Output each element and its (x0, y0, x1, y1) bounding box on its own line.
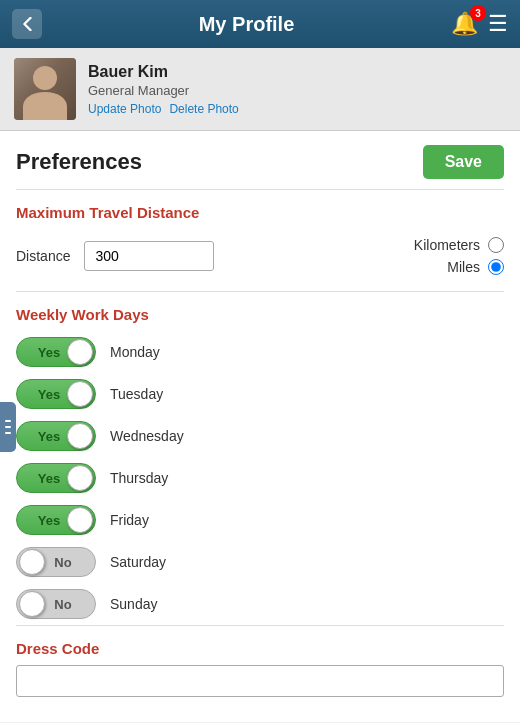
day-toggle-friday[interactable]: Yes (16, 505, 96, 535)
day-row: No Sunday (16, 583, 504, 625)
toggle-thumb (19, 549, 45, 575)
day-label: Wednesday (110, 428, 190, 444)
side-handle[interactable] (0, 402, 16, 452)
day-toggle-monday[interactable]: Yes (16, 337, 96, 367)
travel-section-title: Maximum Travel Distance (0, 190, 520, 229)
notification-badge: 3 (470, 5, 486, 21)
day-row: Yes Tuesday (16, 373, 504, 415)
page-title: My Profile (42, 13, 451, 36)
kilometers-option: Kilometers (414, 237, 504, 253)
header-actions: 🔔 3 ☰ (451, 11, 508, 37)
day-label: Saturday (110, 554, 190, 570)
profile-info: Bauer Kim General Manager Update Photo D… (88, 63, 506, 116)
toggle-thumb (67, 507, 93, 533)
header: My Profile 🔔 3 ☰ (0, 0, 520, 48)
day-toggle-saturday[interactable]: No (16, 547, 96, 577)
miles-label: Miles (447, 259, 480, 275)
update-photo-link[interactable]: Update Photo (88, 102, 161, 116)
kilometers-radio[interactable] (488, 237, 504, 253)
day-label: Thursday (110, 470, 190, 486)
profile-role: General Manager (88, 83, 506, 98)
preferences-title: Preferences (16, 149, 142, 175)
day-toggle-tuesday[interactable]: Yes (16, 379, 96, 409)
avatar-image (14, 58, 76, 120)
distance-label: Distance (16, 248, 70, 264)
distance-input[interactable] (84, 241, 214, 271)
day-toggle-sunday[interactable]: No (16, 589, 96, 619)
preferences-header: Preferences Save (0, 131, 520, 189)
toggle-thumb (67, 381, 93, 407)
back-icon (20, 17, 34, 31)
day-row: Yes Wednesday (16, 415, 504, 457)
workdays-section: Yes Monday Yes Tuesday Yes Wednesday Yes… (0, 331, 520, 625)
day-row: No Saturday (16, 541, 504, 583)
dress-code-section (0, 665, 520, 707)
main-content: Preferences Save Maximum Travel Distance… (0, 131, 520, 722)
distance-left: Distance (16, 241, 214, 271)
avatar (14, 58, 76, 120)
day-row: Yes Friday (16, 499, 504, 541)
profile-actions: Update Photo Delete Photo (88, 102, 506, 116)
dresscode-section-title: Dress Code (0, 626, 520, 665)
unit-radio-group: Kilometers Miles (414, 237, 504, 275)
miles-option: Miles (447, 259, 504, 275)
day-label: Monday (110, 344, 190, 360)
toggle-thumb (67, 465, 93, 491)
back-button[interactable] (12, 9, 42, 39)
toggle-thumb (19, 591, 45, 617)
day-label: Friday (110, 512, 190, 528)
workdays-section-title: Weekly Work Days (0, 292, 520, 331)
delete-photo-link[interactable]: Delete Photo (169, 102, 238, 116)
miles-radio[interactable] (488, 259, 504, 275)
handle-decoration (5, 420, 11, 434)
profile-name: Bauer Kim (88, 63, 506, 81)
day-row: Yes Thursday (16, 457, 504, 499)
toggle-thumb (67, 423, 93, 449)
menu-button[interactable]: ☰ (488, 11, 508, 37)
day-label: Sunday (110, 596, 190, 612)
toggle-thumb (67, 339, 93, 365)
profile-strip: Bauer Kim General Manager Update Photo D… (0, 48, 520, 131)
kilometers-label: Kilometers (414, 237, 480, 253)
dress-code-input[interactable] (16, 665, 504, 697)
day-row: Yes Monday (16, 331, 504, 373)
day-label: Tuesday (110, 386, 190, 402)
day-toggle-wednesday[interactable]: Yes (16, 421, 96, 451)
distance-row: Distance Kilometers Miles (0, 229, 520, 291)
save-button[interactable]: Save (423, 145, 504, 179)
notifications-button[interactable]: 🔔 3 (451, 11, 478, 37)
day-toggle-thursday[interactable]: Yes (16, 463, 96, 493)
